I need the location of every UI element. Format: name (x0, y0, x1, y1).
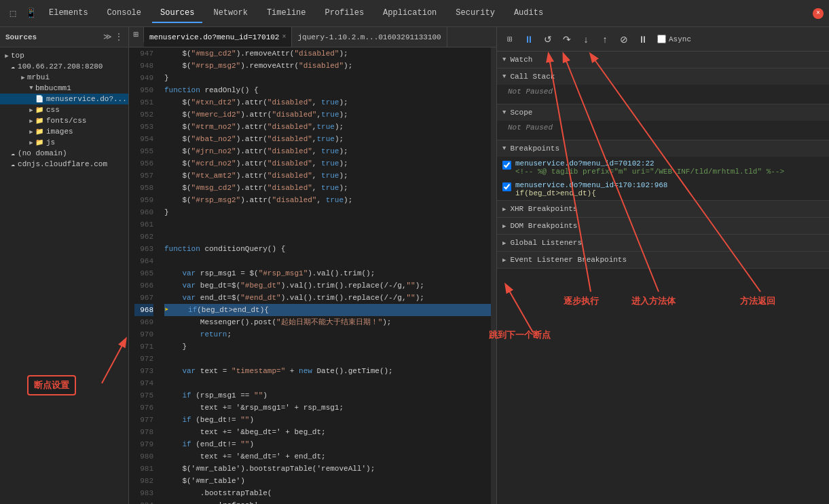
code-line: .bootstrapTable( (164, 487, 491, 499)
pause-button[interactable]: ⏸ (521, 32, 536, 47)
tree-item-menuservice[interactable]: 📄 menuservice.do?... (0, 94, 128, 104)
line-number: 976 (134, 402, 153, 414)
code-text: $("#crd_no2").attr("disabled", true); (164, 157, 348, 170)
sidebar-header: Sources ≫ ⋮ (0, 27, 128, 47)
tree-item-label: mrbui (27, 73, 50, 81)
devtools-close-button[interactable]: × (813, 8, 824, 19)
tab-profiles[interactable]: Profiles (316, 4, 372, 23)
line-number: 973 (134, 365, 153, 377)
tree-item-cloudflare[interactable]: ☁ cdnjs.cloudflare.com (0, 159, 128, 170)
code-line: text += '&rsp_msg1=' + rsp_msg1; (164, 402, 491, 414)
code-line: $("#trm_no2").attr("disabled",true); (164, 121, 491, 133)
tree-item-mrbui[interactable]: ▶ mrbui (0, 72, 128, 83)
breakpoint-checkbox-2[interactable] (502, 182, 511, 191)
code-lines[interactable]: $("#msg_cd2").removeAttr("disabled"); $(… (159, 47, 491, 504)
tab-network[interactable]: Network (205, 4, 255, 23)
panel-icon[interactable]: ⊞ (502, 32, 517, 47)
tab-sources[interactable]: Sources (152, 4, 202, 23)
file-tab-close[interactable]: × (282, 33, 286, 41)
code-line (164, 377, 491, 389)
code-line: Messenger().post("起始日期不能大于结束日期！"); (164, 316, 491, 328)
execution-arrow: ➤ (164, 304, 169, 316)
line-number: 979 (134, 438, 153, 450)
code-text: $("#rsp_msg2").attr("disabled", true); (164, 194, 352, 206)
line-number: 958 (134, 182, 153, 194)
tree-item-fonts[interactable]: ▶ 📁 fonts/css (0, 115, 128, 126)
code-line: $('#mr_table') (164, 475, 491, 487)
sidebar-tree: ▶ top ☁ 100.66.227.208:8280 ▶ mrbui ▼ bm… (0, 47, 128, 504)
breakpoints-arrow: ▼ (502, 145, 506, 152)
tree-item-nodomain[interactable]: ☁ (no domain) (0, 148, 128, 159)
tab-audits[interactable]: Audits (506, 4, 551, 23)
code-text: $("#msg_cd2").removeAttr("disabled"); (164, 47, 348, 60)
watch-section: ▼ Watch (497, 52, 829, 69)
breakpoint-checkbox-1[interactable] (502, 161, 511, 170)
step-into-button[interactable]: ↓ (578, 32, 593, 47)
pause-exception-button[interactable]: ⏸ (635, 32, 650, 47)
step-out-button[interactable]: ↑ (597, 32, 612, 47)
device-icon[interactable]: 📱 (23, 6, 38, 21)
line-number: 971 (134, 341, 153, 353)
tree-item-js[interactable]: ▶ 📁 js (0, 137, 128, 148)
tree-item-bmbucmm1[interactable]: ▼ bmbucmm1 (0, 83, 128, 94)
tree-item-label: css (46, 106, 60, 114)
tab-security[interactable]: Security (447, 4, 503, 23)
line-number: 977 (134, 414, 153, 426)
file-tab-jquery[interactable]: jquery-1.10.2.m...01603291133100 (292, 27, 447, 47)
code-line (164, 218, 491, 231)
sidebar-menu-icon[interactable]: ≫ (103, 32, 112, 42)
code-line: } (164, 341, 491, 353)
async-checkbox[interactable] (657, 35, 666, 43)
breakpoint-detail-2: menuservice.do?menu_id=170:102:968 if(be… (515, 181, 667, 197)
xhr-label: XHR Breakpoints (510, 205, 577, 213)
inspect-icon[interactable]: ⬚ (5, 6, 20, 21)
tree-item-images[interactable]: ▶ 📁 images (0, 126, 128, 137)
cloud-icon-cf: ☁ (11, 160, 15, 168)
vertical-scrollbar[interactable] (491, 47, 496, 504)
tab-timeline[interactable]: Timeline (259, 4, 314, 23)
code-line: $("#crd_no2").attr("disabled", true); (164, 157, 491, 170)
breakpoints-label: Breakpoints (510, 144, 559, 153)
line-number: 966 (134, 279, 153, 292)
resume-button[interactable]: ↺ (540, 32, 555, 47)
dom-header[interactable]: ▶ DOM Breakpoints (497, 218, 829, 234)
tab-console[interactable]: Console (99, 4, 149, 23)
global-header[interactable]: ▶ Global Listeners (497, 235, 829, 251)
scope-label: Scope (510, 109, 532, 117)
line-number: 969 (134, 316, 153, 328)
breakpoint-item-1: menuservice.do?menu_id=70102:22 <!-- %@ … (497, 157, 829, 178)
code-text: function readOnly() { (164, 84, 259, 96)
tree-item-top[interactable]: ▶ top (0, 50, 128, 61)
breakpoint-file-1: menuservice.do?menu_id=70102:22 (515, 159, 784, 168)
watch-header[interactable]: ▼ Watch (497, 52, 829, 68)
code-text: var text = "timestamp=" + new Date().get… (164, 365, 393, 377)
line-number: 962 (134, 231, 153, 243)
code-text: $("#msg_cd2").attr("disabled", true); (164, 182, 348, 194)
tree-item-server[interactable]: ☁ 100.66.227.208:8280 (0, 61, 128, 72)
tree-item-css[interactable]: ▶ 📁 css (0, 104, 128, 115)
code-text: Messenger().post("起始日期不能大于结束日期！"); (164, 316, 391, 328)
code-line (164, 231, 491, 243)
event-header[interactable]: ▶ Event Listener Breakpoints (497, 252, 829, 268)
step-over-button[interactable]: ↷ (559, 32, 574, 47)
tree-item-label: (no domain) (18, 149, 67, 157)
code-text: $("#bat_no2").attr("disabled",true); (164, 133, 344, 145)
tab-elements[interactable]: Elements (41, 4, 96, 23)
tree-arrow-mrbui: ▶ (19, 74, 27, 81)
code-text: } (164, 341, 187, 353)
global-listeners-section: ▶ Global Listeners (497, 235, 829, 252)
file-tab-label-jquery: jquery-1.10.2.m...01603291133100 (297, 33, 441, 41)
deactivate-button[interactable]: ⊘ (616, 32, 631, 47)
tab-application[interactable]: Application (375, 4, 445, 23)
xhr-header[interactable]: ▶ XHR Breakpoints (497, 201, 829, 217)
breakpoints-header[interactable]: ▼ Breakpoints (497, 140, 829, 157)
code-text: $("#tx_amt2").attr("disabled", true); (164, 170, 348, 182)
file-tab-menuservice[interactable]: menuservice.do?menu_id=170102 × (144, 27, 292, 47)
sources-panel-toggle[interactable]: ⊞ (129, 27, 144, 42)
tree-item-label: fonts/css (46, 117, 86, 125)
sidebar-header-icons: ≫ ⋮ (103, 32, 123, 42)
code-line: text += '&end_dt=' + end_dt; (164, 450, 491, 463)
debug-sections: ▼ Watch ▼ Call Stack Not Paused (497, 52, 829, 504)
sidebar-options-icon[interactable]: ⋮ (115, 32, 123, 42)
scope-arrow: ▼ (502, 109, 506, 116)
